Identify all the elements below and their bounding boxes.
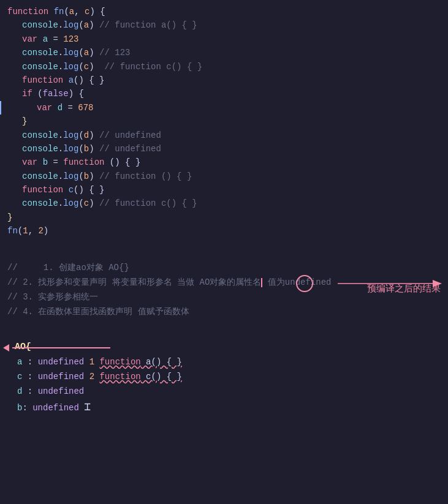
code-line-7: if ( false ) {: [0, 87, 448, 100]
code-line-15: console . log ( c ) // function c() { }: [0, 197, 448, 210]
ao-prop-a: a : undefined 1 function a() { }: [7, 355, 441, 369]
comment-line-4: // 4. 在函数体里面找函数声明 值赋予函数体: [7, 304, 441, 319]
code-empty-2: [0, 323, 448, 336]
code-line-14: function c () { }: [0, 183, 448, 197]
code-line-6: function a () { }: [0, 73, 448, 87]
code-empty-1: [0, 238, 448, 252]
keyword-function: function: [7, 5, 48, 18]
code-line-3: var a = 123: [0, 32, 448, 46]
code-line-5: console . log ( c ) // function c() { }: [0, 60, 448, 73]
ao-prop-d: d : undefined: [7, 384, 441, 399]
comment-section: // 1. 创建ao对象 AO{} // 2. 找形参和变量声明 将变量和形参名…: [0, 257, 448, 323]
code-line-10: console . log ( d ) // undefined: [0, 129, 448, 142]
code-line-2: console . log ( a ) // function a() { }: [0, 18, 448, 32]
svg-marker-3: [3, 344, 9, 352]
code-line-11: console . log ( b ) // undefined: [0, 142, 448, 156]
precompile-label: 预编译之后的结果: [367, 281, 441, 296]
ao-section: AO{ a : undefined 1 function a() { } c :…: [0, 336, 448, 419]
code-line-8: var d = 678: [0, 101, 448, 115]
annotation-circle: [296, 275, 313, 292]
code-line-13: console . log ( b ) // function () { }: [0, 170, 448, 183]
comment-line-1: // 1. 创建ao对象 AO{}: [7, 260, 441, 275]
code-line-12: var b = function () { }: [0, 156, 448, 169]
code-editor: function fn ( a , c ) { console . log ( …: [0, 0, 448, 424]
code-line-1: function fn ( a , c ) {: [0, 5, 448, 18]
code-line-9: }: [0, 115, 448, 128]
ibeam-cursor: ⌶: [84, 399, 91, 416]
code-line-4: console . log ( a ) // 123: [0, 46, 448, 59]
ao-arrow: [3, 341, 113, 355]
code-line-17: fn ( 1 , 2 ): [0, 224, 448, 238]
code-line-16: }: [0, 211, 448, 224]
ao-prop-c: c : undefined 2 function c() { }: [7, 369, 441, 384]
ao-prop-b: b : undefined ⌶: [7, 399, 441, 416]
